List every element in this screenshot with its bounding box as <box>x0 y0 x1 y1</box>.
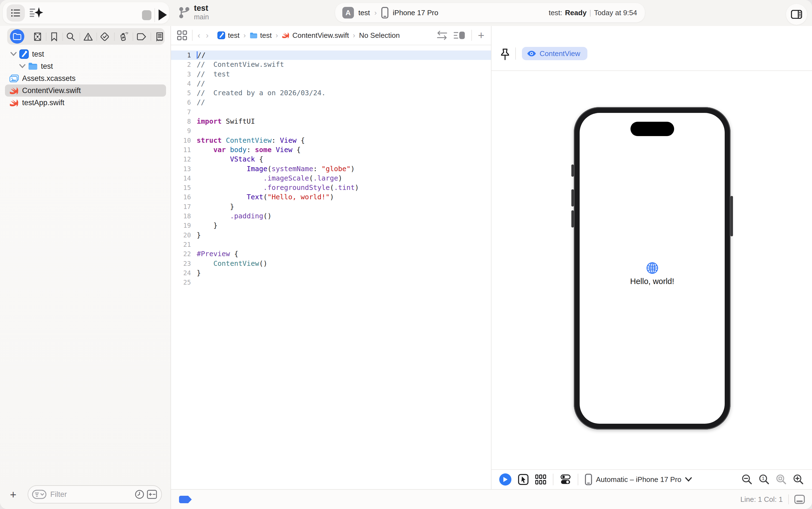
add-item-button[interactable]: + <box>10 489 16 500</box>
code-line-10[interactable]: 10struct ContentView: View { <box>171 136 491 145</box>
xcodeproj-icon <box>217 31 225 39</box>
zoom-100-icon[interactable]: 1 <box>759 474 770 485</box>
zoom-in-icon[interactable] <box>793 474 804 485</box>
code-line-17[interactable]: 17 } <box>171 202 491 211</box>
side-button <box>730 196 733 236</box>
file-tree-row-test[interactable]: test <box>0 48 171 60</box>
navigator-tab-debug-spray-icon[interactable] <box>119 32 128 42</box>
code-line-4[interactable]: 4// <box>171 79 491 88</box>
line-number: 16 <box>171 193 191 202</box>
preview-device-selector[interactable]: Automatic – iPhone 17 Pro <box>585 474 692 485</box>
navigator-tab-tag-icon[interactable] <box>136 32 147 42</box>
navigator-tab-xmark-frame-icon[interactable] <box>33 32 42 42</box>
code-line-15[interactable]: 15 .foregroundStyle(.tint) <box>171 183 491 193</box>
code-line-2[interactable]: 2// ContentView.swift <box>171 60 491 69</box>
breadcrumb-item[interactable]: ContentView.swift <box>282 31 349 40</box>
file-tree-row-test[interactable]: test <box>0 60 171 72</box>
code-line-18[interactable]: 18 .padding() <box>171 211 491 221</box>
file-tree-row-testapp-swift[interactable]: testApp.swift <box>0 97 171 109</box>
inspector-toggle-button[interactable] <box>786 4 807 25</box>
file-tree-row-contentview-swift[interactable]: ContentView.swift <box>0 84 171 97</box>
line-number: 13 <box>171 164 191 174</box>
code-line-16[interactable]: 16 Text("Hello, world!") <box>171 193 491 202</box>
navigator-tab-separator <box>62 33 63 41</box>
preview-tab-contentview[interactable]: ContentView <box>522 47 587 60</box>
file-name: test <box>32 50 44 59</box>
code-line-5[interactable]: 5// Created by a on 2026/03/24. <box>171 88 491 98</box>
line-number: 25 <box>171 278 191 287</box>
zoom-fit-icon[interactable] <box>776 474 787 485</box>
device-variants-icon[interactable] <box>535 474 546 485</box>
navigator-toggle-button[interactable] <box>7 4 25 22</box>
code-line-11[interactable]: 11 var body: some View { <box>171 145 491 155</box>
breadcrumb-item[interactable]: test <box>217 31 240 40</box>
add-editor-button[interactable]: + <box>478 29 484 42</box>
breakpoint-tag-icon[interactable] <box>179 496 192 503</box>
navigator-tab-bookmark-icon[interactable] <box>49 32 59 42</box>
bottom-bar-divider <box>578 474 578 485</box>
navigator-tab-search-icon[interactable] <box>66 32 76 42</box>
source-control-changes-icon[interactable] <box>147 490 157 499</box>
debug-area-toggle-icon[interactable] <box>794 495 805 504</box>
pin-icon <box>500 48 510 61</box>
preview-canvas: Hello, world! <box>492 71 812 469</box>
pin-preview-button[interactable] <box>500 48 510 61</box>
live-preview-button[interactable] <box>499 473 511 485</box>
navigator-tab-warning-icon[interactable] <box>83 32 93 42</box>
code-line-23[interactable]: 23 ContentView() <box>171 259 491 268</box>
navigator-tab-test-diamond-icon[interactable] <box>100 32 110 42</box>
file-name: test <box>41 62 53 71</box>
code-line-14[interactable]: 14 .imageScale(.large) <box>171 174 491 183</box>
code-line-19[interactable]: 19 } <box>171 221 491 230</box>
dynamic-island <box>630 122 674 136</box>
code-line-24[interactable]: 24} <box>171 268 491 278</box>
code-line-9[interactable]: 9 <box>171 126 491 136</box>
file-name: Assets.xcassets <box>22 74 76 83</box>
activity-status: test: Ready | Today at 9:54 <box>549 8 645 17</box>
code-line-6[interactable]: 6// <box>171 98 491 107</box>
related-items-grid-icon[interactable] <box>177 30 187 40</box>
code-line-13[interactable]: 13 Image(systemName: "globe") <box>171 164 491 174</box>
scheme-selector[interactable]: A test › iPhone 17 Pro test: Ready | Tod… <box>335 3 645 22</box>
code-line-7[interactable]: 7 <box>171 107 491 117</box>
ai-assistant-button[interactable] <box>29 7 44 19</box>
line-number: 18 <box>171 211 191 221</box>
code-line-22[interactable]: 22#Preview { <box>171 249 491 259</box>
selectable-mode-icon[interactable] <box>518 474 529 485</box>
breadcrumb-item[interactable]: No Selection <box>359 31 400 40</box>
preview-settings-icon[interactable] <box>560 474 571 485</box>
forward-button[interactable]: › <box>206 31 209 40</box>
code-area[interactable]: 1//2// ContentView.swift3// test4//5// C… <box>171 50 491 287</box>
breadcrumb-item[interactable]: test <box>250 31 272 40</box>
filter-field[interactable]: Filter <box>28 485 162 504</box>
recent-files-clock-icon[interactable] <box>135 490 144 499</box>
disclosure-chevron-down-icon[interactable] <box>19 64 26 68</box>
disclosure-chevron-down-icon[interactable] <box>10 52 17 56</box>
scheme-destination[interactable]: A test › iPhone 17 Pro <box>335 7 438 19</box>
navigator-tab-files-selected[interactable] <box>10 29 24 44</box>
preview-tab-bar: ContentView <box>492 26 812 71</box>
toolbar-left-cluster <box>3 2 169 24</box>
stop-button[interactable] <box>142 10 152 21</box>
code-line-21[interactable]: 21 <box>171 240 491 249</box>
line-number: 21 <box>171 240 191 249</box>
run-button[interactable] <box>157 9 167 21</box>
code-line-3[interactable]: 3// test <box>171 70 491 79</box>
navigator-tab-report-icon[interactable] <box>155 32 165 42</box>
breadcrumb[interactable]: test›test›ContentView.swift›No Selection <box>217 31 400 40</box>
navigator-tab-strip <box>7 28 165 45</box>
line-number: 23 <box>171 259 191 268</box>
zoom-out-icon[interactable] <box>742 474 752 485</box>
file-tree-row-assets-xcassets[interactable]: Assets.xcassets <box>0 72 171 84</box>
iphone-screen[interactable]: Hello, world! <box>580 113 725 424</box>
chevron-right-icon: › <box>243 31 246 40</box>
code-line-20[interactable]: 20} <box>171 231 491 240</box>
editor-options-icon[interactable] <box>454 30 465 40</box>
back-button[interactable]: ‹ <box>197 31 200 40</box>
code-line-12[interactable]: 12 VStack { <box>171 155 491 164</box>
code-review-icon[interactable] <box>437 30 447 40</box>
code-line-8[interactable]: 8import SwiftUI <box>171 117 491 126</box>
code-line-1[interactable]: 1// <box>171 50 491 60</box>
code-line-25[interactable]: 25 <box>171 278 491 287</box>
preview-tab-divider <box>515 47 516 60</box>
